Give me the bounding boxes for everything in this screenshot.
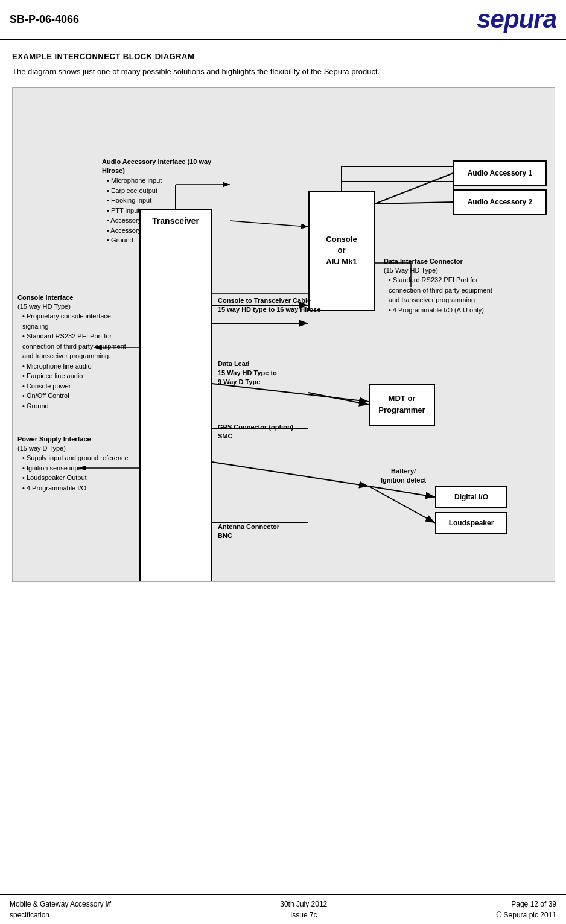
- diagram-container: Audio Accessory 1 Audio Accessory 2 Audi…: [12, 87, 555, 582]
- battery-ignition-label: Battery/ Ignition detect: [381, 467, 426, 486]
- console-interface-list: Proprietary console interface signaling …: [17, 311, 138, 411]
- footer-center: 30th July 2012 Issue 7c: [280, 899, 327, 920]
- main-content: Example Interconnect Block Diagram The d…: [0, 46, 566, 588]
- company-logo: sepura: [477, 5, 556, 34]
- svg-line-8: [369, 486, 435, 497]
- svg-line-7: [212, 462, 369, 486]
- console-aiu-box: Console or AIU Mk1: [308, 191, 375, 311]
- footer-right: Page 12 of 39 © Sepura plc 2011: [496, 899, 556, 920]
- loudspeaker-box: Loudspeaker: [435, 512, 507, 534]
- power-supply-annotation: Power Supply Interface (15 way D Type) S…: [17, 435, 129, 493]
- mdt-box: MDT or Programmer: [369, 384, 435, 426]
- document-number: SB-P-06-4066: [10, 13, 79, 26]
- section-title: Example Interconnect Block Diagram: [12, 52, 554, 61]
- digital-io-box: Digital I/O: [435, 486, 507, 508]
- svg-line-9: [369, 486, 435, 523]
- console-transceiver-cable-label: Console to Transceiver Cable 15 way HD t…: [218, 296, 321, 315]
- data-lead-label: Data Lead 15 Way HD Type to 9 Way D Type: [218, 359, 277, 387]
- transceiver-box: Transceiver: [139, 209, 212, 582]
- svg-line-11: [230, 221, 308, 227]
- intro-paragraph: The diagram shows just one of many possi…: [12, 66, 554, 78]
- svg-line-2: [375, 202, 453, 204]
- footer-left: Mobile & Gateway Accessory i/f specifica…: [10, 899, 111, 920]
- page-header: SB-P-06-4066 sepura: [0, 0, 566, 40]
- page-footer: Mobile & Gateway Accessory i/f specifica…: [0, 894, 566, 924]
- svg-line-1: [375, 173, 453, 204]
- console-interface-annotation: Console Interface (15 way HD Type) Propr…: [17, 293, 138, 411]
- gps-connector-label: GPS Connector (option) SMC: [218, 423, 293, 441]
- power-supply-list: Supply input and ground reference Igniti…: [17, 453, 129, 493]
- svg-line-24: [308, 393, 369, 405]
- audio-accessory-1-box: Audio Accessory 1: [453, 160, 547, 186]
- data-interface-list: Standard RS232 PEI Port for connection o…: [384, 275, 504, 315]
- audio-accessory-2-box: Audio Accessory 2: [453, 189, 547, 215]
- antenna-connector-label: Antenna Connector BNC: [218, 522, 279, 541]
- data-interface-annotation: Data Interface Connector (15 Way HD Type…: [384, 257, 504, 315]
